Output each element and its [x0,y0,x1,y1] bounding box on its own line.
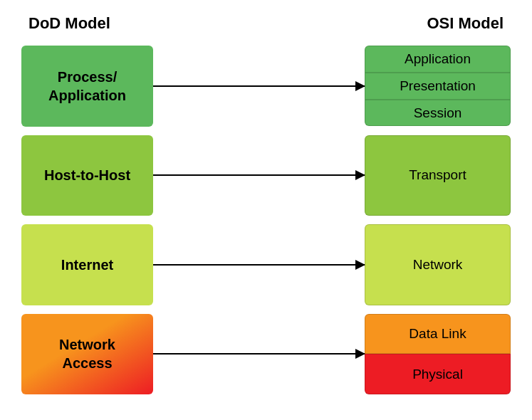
arrow-2 [153,174,365,176]
osi-session: Session [365,100,511,127]
osi-boxes-2: Transport [365,135,511,216]
row-host-to-host: Host-to-Host Transport [21,135,511,216]
dod-box-internet: Internet [21,224,153,305]
osi-boxes-3: Network [365,224,511,305]
row-process-application: Process/Application Application Presenta… [21,46,511,127]
osi-boxes-4: Data Link Physical [365,314,511,395]
osi-network: Network [365,224,511,305]
dod-label-network-access: NetworkAccess [59,335,115,372]
arrow-area-1 [153,85,365,87]
arrow-area-4 [153,353,365,355]
osi-application: Application [365,46,511,73]
osi-presentation-label: Presentation [400,78,476,94]
osi-presentation: Presentation [365,73,511,100]
osi-model-title: OSI Model [427,14,504,33]
osi-data-link-label: Data Link [409,326,466,342]
osi-application-label: Application [405,51,471,67]
arrow-area-2 [153,174,365,176]
arrow-4 [153,353,365,355]
osi-session-label: Session [414,105,462,121]
dod-box-process-application: Process/Application [21,46,153,127]
osi-physical-label: Physical [412,367,463,382]
osi-data-link: Data Link [365,314,511,355]
dod-label-host-to-host: Host-to-Host [44,166,130,184]
diagram: DoD Model OSI Model Process/Application … [0,0,532,420]
rows-container: Process/Application Application Presenta… [21,46,511,394]
osi-physical: Physical [365,354,511,394]
arrow-1 [153,85,365,87]
osi-network-label: Network [413,257,463,273]
row-network-access: NetworkAccess Data Link Physical [21,314,511,395]
osi-transport: Transport [365,135,511,216]
dod-label-internet: Internet [61,256,113,274]
arrow-3 [153,264,365,266]
headers: DoD Model OSI Model [21,14,511,33]
row-internet: Internet Network [21,224,511,305]
dod-model-title: DoD Model [28,14,110,33]
osi-boxes-1: Application Presentation Session [365,46,511,127]
dod-box-host-to-host: Host-to-Host [21,135,153,216]
dod-label-process-application: Process/Application [48,68,126,105]
arrow-area-3 [153,264,365,266]
dod-box-network-access: NetworkAccess [21,314,153,395]
osi-transport-label: Transport [409,167,466,183]
